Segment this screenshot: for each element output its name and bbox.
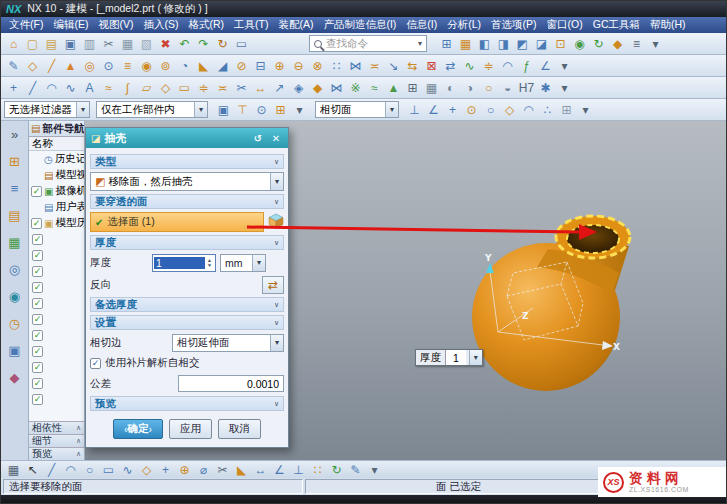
sketch-chamfer-icon[interactable]: ◣ xyxy=(232,461,251,479)
sketch-task-icon[interactable]: ✎ xyxy=(346,461,365,479)
trimmed-sheet-icon[interactable]: ✂ xyxy=(232,79,251,97)
check-icon[interactable]: ✓ xyxy=(32,378,43,389)
rib-icon[interactable]: ≡ xyxy=(118,57,137,75)
sidebar-toggle-icon[interactable]: » xyxy=(5,124,25,144)
offset-curve-icon[interactable]: ⊕ xyxy=(175,461,194,479)
menu-item[interactable]: 编辑(E) xyxy=(48,18,93,32)
process-studio-icon[interactable]: ▣ xyxy=(5,340,25,360)
orient-view-icon[interactable]: ◆ xyxy=(608,35,627,53)
section-preview[interactable]: 预览 xyxy=(90,396,284,411)
repeat-command-icon[interactable]: ↻ xyxy=(213,35,232,53)
check-icon[interactable]: ✓ xyxy=(32,266,43,277)
diameter-dim-icon[interactable]: ⌀ xyxy=(194,461,213,479)
navigator-feature-row[interactable]: ✓ xyxy=(29,391,84,407)
unit-combo[interactable]: mm xyxy=(220,254,266,272)
navigator-item[interactable]: ✓ ◷ 历史记录模式 xyxy=(29,151,84,167)
view-left-icon[interactable]: ◧ xyxy=(475,35,494,53)
menu-list-icon[interactable]: ≡ xyxy=(627,35,646,53)
delete-face-icon[interactable]: ⊠ xyxy=(422,57,441,75)
snap-quadrant-icon[interactable]: ◇ xyxy=(500,101,519,119)
navigator-item[interactable]: ✓ ▣ 摄像机 xyxy=(29,183,84,199)
split-body-icon[interactable]: ⊟ xyxy=(251,57,270,75)
menu-item[interactable]: 首选项(P) xyxy=(486,18,542,32)
navigator-feature-row[interactable]: ✓ xyxy=(29,327,84,343)
hd3d-tool-icon[interactable]: ◎ xyxy=(5,259,25,279)
web-browser-icon[interactable]: ◉ xyxy=(5,286,25,306)
sketch-point-icon[interactable]: + xyxy=(156,461,175,479)
check-icon[interactable]: ✓ xyxy=(32,330,43,341)
check-icon[interactable]: ✓ xyxy=(32,298,43,309)
navigator-feature-row[interactable]: ✓ xyxy=(29,295,84,311)
sketch-line-icon[interactable]: ╱ xyxy=(42,461,61,479)
cancel-button[interactable]: 取消 xyxy=(218,419,261,439)
tolerance-input[interactable] xyxy=(178,375,284,392)
chevron-down-icon[interactable] xyxy=(385,102,398,117)
scale-body-icon[interactable]: ↘ xyxy=(384,57,403,75)
constraint-navigator-icon[interactable]: ≡ xyxy=(5,178,25,198)
check-icon[interactable]: ✓ xyxy=(32,250,43,261)
surface-more-icon[interactable]: ▾ xyxy=(555,79,574,97)
navigator-feature-row[interactable]: ✓ xyxy=(29,359,84,375)
reverse-direction-button[interactable]: ⇄ xyxy=(262,276,284,294)
view-right-icon[interactable]: ◨ xyxy=(494,35,513,53)
extension-icon[interactable]: ↔ xyxy=(251,79,270,97)
sketch-spline-icon[interactable]: ∿ xyxy=(118,461,137,479)
perpendicular-icon[interactable]: ⊥ xyxy=(289,461,308,479)
menu-item[interactable]: GC工具箱 xyxy=(588,18,645,32)
angle-dim-icon[interactable]: ∠ xyxy=(270,461,289,479)
move-face-icon[interactable]: ⇆ xyxy=(403,57,422,75)
revolve-icon[interactable]: ◎ xyxy=(80,57,99,75)
touch-mode-icon[interactable]: ▭ xyxy=(232,35,251,53)
point-icon[interactable]: + xyxy=(4,79,23,97)
thickness-tag-value[interactable]: 1 xyxy=(445,350,466,365)
check-icon[interactable]: ✓ xyxy=(32,346,43,357)
view-shortcut-icon[interactable]: ▦ xyxy=(4,461,23,479)
chevron-down-icon[interactable] xyxy=(270,335,283,351)
x-form-icon[interactable]: ◈ xyxy=(289,79,308,97)
navigator-tab[interactable]: 相依性 xyxy=(29,421,84,434)
replace-face-icon[interactable]: ⇄ xyxy=(441,57,460,75)
feature-more-icon[interactable]: ▾ xyxy=(555,57,574,75)
navigator-item[interactable]: ✓ ▣ 模型历史记录 xyxy=(29,215,84,231)
more-options-icon[interactable]: ▾ xyxy=(646,35,665,53)
snap-angle-icon[interactable]: ∠ xyxy=(424,101,443,119)
menu-item[interactable]: 视图(V) xyxy=(93,18,138,32)
menu-item[interactable]: 文件(F) xyxy=(4,18,48,32)
new-file-icon[interactable]: ▢ xyxy=(23,35,42,53)
snap-intersection-icon[interactable]: ∴ xyxy=(538,101,557,119)
studio-spline-icon[interactable]: ∿ xyxy=(61,79,80,97)
draft-icon[interactable]: ◢ xyxy=(213,57,232,75)
view-iso-icon[interactable]: ◪ xyxy=(532,35,551,53)
shaded-view-icon[interactable]: ◉ xyxy=(570,35,589,53)
inside-select-icon[interactable]: ⊙ xyxy=(252,101,271,119)
navigator-name-column[interactable]: 名称 xyxy=(29,137,84,151)
gc-toolkit-icon[interactable]: ✱ xyxy=(536,79,555,97)
pattern-feature-icon[interactable]: ∷ xyxy=(327,57,346,75)
subtract-icon[interactable]: ⊖ xyxy=(289,57,308,75)
snap-more-icon[interactable]: ▾ xyxy=(576,101,595,119)
navigator-feature-row[interactable]: ✓ xyxy=(29,343,84,359)
thicken-icon[interactable]: ≑ xyxy=(479,57,498,75)
shell-icon[interactable]: ⊚ xyxy=(156,57,175,75)
navigator-feature-row[interactable]: ✓ xyxy=(29,263,84,279)
navigator-feature-row[interactable]: ✓ xyxy=(29,231,84,247)
update-model-icon[interactable]: ↻ xyxy=(327,461,346,479)
tangent-edge-combo[interactable]: 相切延伸面 xyxy=(172,334,284,352)
menu-item[interactable]: 工具(T) xyxy=(229,18,273,32)
trim-body-icon[interactable]: ⊘ xyxy=(232,57,251,75)
layout-icon[interactable]: ▦ xyxy=(456,35,475,53)
start-icon[interactable]: ⌂ xyxy=(4,35,23,53)
undo-icon[interactable]: ↶ xyxy=(175,35,194,53)
edge-blend-icon[interactable]: ◔ xyxy=(175,57,194,75)
ruled-surface-icon[interactable]: ▱ xyxy=(137,79,156,97)
sketch-icon[interactable]: ✎ xyxy=(4,57,23,75)
sketch-rectangle-icon[interactable]: ▭ xyxy=(99,461,118,479)
section-thickness[interactable]: 厚度 xyxy=(90,235,284,250)
print-icon[interactable]: ▥ xyxy=(80,35,99,53)
snap-center-icon[interactable]: ⊙ xyxy=(462,101,481,119)
navigator-item[interactable]: ✓ ▤ 用户表达式 xyxy=(29,199,84,215)
refresh-view-icon[interactable]: ↻ xyxy=(589,35,608,53)
extrude-icon[interactable]: ▲ xyxy=(61,57,80,75)
section-type[interactable]: 类型 xyxy=(90,154,284,169)
chevron-down-icon[interactable] xyxy=(252,255,265,271)
